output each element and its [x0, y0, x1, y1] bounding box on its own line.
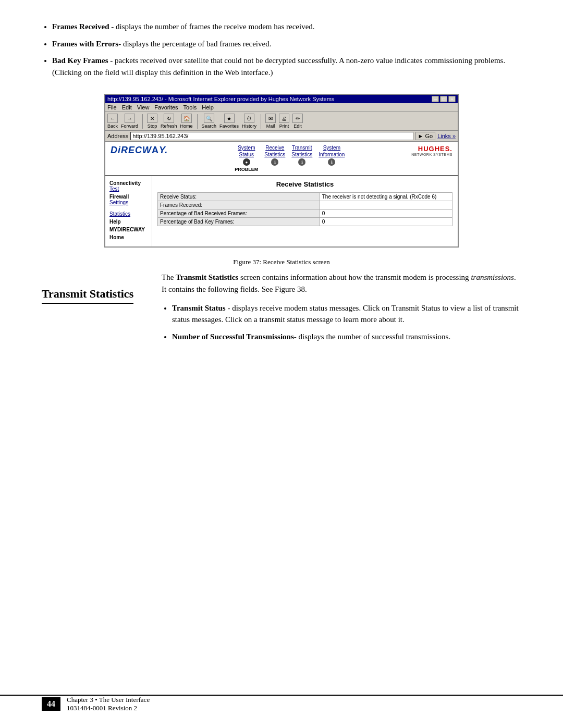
stats-label-2: Frames Received: [158, 201, 320, 209]
section-bullet-2-bold: Number of Successful Transmissions- [172, 332, 297, 341]
bullet-item-3: Bad Key Frames - packets received over s… [52, 55, 521, 78]
stats-label-4: Percentage of Bad Key Frames: [158, 218, 320, 226]
menu-edit[interactable]: Edit [122, 104, 132, 110]
sidebar-help: Help [109, 219, 148, 225]
section-bullet-list: Transmit Status - displays receive modem… [162, 302, 521, 343]
menu-view[interactable]: View [137, 104, 150, 110]
footer-page-number: 44 [42, 697, 60, 711]
mail-icon: ✉ [265, 114, 276, 123]
section-bullet-1-bold: Transmit Status [172, 304, 226, 312]
maximize-button[interactable]: □ [440, 96, 447, 102]
favorites-label: Favorites [219, 124, 239, 129]
help-label: Help [109, 219, 121, 225]
minimize-button[interactable]: ─ [432, 96, 439, 102]
menu-tools[interactable]: Tools [183, 104, 197, 110]
firewall-settings-link[interactable]: Settings [109, 200, 148, 205]
direcway-header: DiRECWAY. System Status ● PROBLEM Receiv… [105, 142, 458, 176]
stop-label: Stop [148, 124, 157, 129]
system-info-line1: System [323, 145, 340, 151]
favorites-icon: ★ [224, 114, 235, 123]
browser-toolbar: ← Back → Forward ✕ Stop ↻ Refresh 🏠 Home [105, 112, 458, 131]
stats-value-4: 0 [320, 218, 452, 226]
refresh-label: Refresh [161, 124, 177, 129]
address-label: Address [107, 133, 128, 139]
figure-caption: Figure 37: Receive Statistics screen [42, 258, 521, 266]
mail-label: Mail [266, 124, 275, 129]
forward-button[interactable]: → Forward [121, 114, 138, 129]
stats-content-area: Receive Statistics Receive Status: The r… [152, 176, 458, 246]
stats-value-3: 0 [320, 209, 452, 218]
search-icon: 🔍 [204, 114, 214, 123]
stats-label-1: Receive Status: [158, 193, 320, 201]
nav-tab-system-status-line1: System [238, 145, 255, 151]
bullet-1-text: - displays the number of frames the rece… [109, 22, 315, 31]
go-button[interactable]: ► Go [415, 132, 436, 140]
menu-favorites[interactable]: Favorites [154, 104, 178, 110]
stats-value-1: The receiver is not detecting a signal. … [320, 193, 452, 201]
section-bullet-2: Number of Successful Transmissions- disp… [172, 331, 521, 343]
forward-label: Forward [121, 124, 138, 129]
mail-button[interactable]: ✉ Mail [265, 114, 276, 129]
edit-button[interactable]: ✏ Edit [292, 114, 303, 129]
bullet-item-2: Frames with Errors- displays the percent… [52, 38, 521, 50]
toolbar-separator-2 [197, 114, 198, 129]
back-button[interactable]: ← Back [107, 114, 118, 129]
close-button[interactable]: × [448, 96, 456, 102]
transmit-stats-line2: Statistics [291, 152, 312, 157]
problem-label: PROBLEM [235, 167, 258, 172]
toolbar-separator-3 [261, 114, 261, 129]
history-button[interactable]: ⏱ History [242, 114, 256, 129]
refresh-button[interactable]: ↻ Refresh [161, 114, 177, 129]
connectivity-test-link[interactable]: Test [109, 186, 148, 192]
home-icon: 🏠 [181, 114, 192, 123]
system-status-icon: ● [243, 158, 250, 166]
firewall-statistics-link[interactable]: Statistics [109, 211, 148, 217]
nav-tab-system-info[interactable]: System Information ℹ [319, 145, 345, 172]
edit-icon: ✏ [292, 114, 303, 123]
print-button[interactable]: 🖨 Print [279, 114, 289, 129]
favorites-button[interactable]: ★ Favorites [219, 114, 239, 129]
hughes-sub: NETWORK SYSTEMS [411, 153, 452, 156]
section-body-text: The Transmit Statistics screen contains … [162, 272, 521, 296]
nav-tab-transmit-stats[interactable]: Transmit Statistics ℹ [291, 145, 312, 172]
menu-file[interactable]: File [107, 104, 117, 110]
browser-main-area: Connectivity Test Firewall Settings Stat… [105, 176, 458, 246]
address-input[interactable] [130, 132, 413, 140]
stats-row-1: Receive Status: The receiver is not dete… [158, 193, 452, 201]
nav-tab-receive-stats[interactable]: Receive Statistics ℹ [264, 145, 285, 172]
direcway-logo: DiRECWAY. [111, 145, 168, 156]
section-heading: Transmit Statistics [42, 287, 133, 304]
browser-titlebar: http://139.95.162.243/ - Microsoft Inter… [105, 95, 458, 103]
hughes-logo: HUGHES. [411, 145, 452, 153]
edit-label: Edit [293, 124, 302, 129]
section-bullet-1: Transmit Status - displays receive modem… [172, 302, 521, 326]
back-icon: ← [107, 114, 118, 123]
section-bullet-2-text: displays the number of successful transm… [297, 332, 450, 341]
receive-stats-line1: Receive [265, 145, 284, 151]
sidebar-home: Home [109, 235, 148, 240]
sidebar-mydirecway: MYDIRECWAY [109, 227, 148, 232]
browser-addressbar: Address ► Go Links » [105, 131, 458, 142]
search-button[interactable]: 🔍 Search [202, 114, 217, 129]
stats-row-3: Percentage of Bad Received Frames: 0 [158, 209, 452, 218]
page-content: Frames Received - displays the number of… [0, 0, 563, 389]
home-nav-label: Home [109, 235, 124, 240]
print-label: Print [279, 124, 289, 129]
bullet-item-1: Frames Received - displays the number of… [52, 21, 521, 33]
history-icon: ⏱ [244, 114, 254, 123]
nav-tab-system-status[interactable]: System Status ● PROBLEM [235, 145, 258, 172]
menu-help[interactable]: Help [202, 104, 214, 110]
bullet-2-bold: Frames with Errors- [52, 40, 121, 48]
section-body-col: The Transmit Statistics screen contains … [162, 272, 521, 358]
titlebar-buttons: ─ □ × [432, 96, 456, 102]
links-button[interactable]: Links » [437, 133, 456, 139]
hughes-logo-area: HUGHES. NETWORK SYSTEMS [411, 145, 452, 156]
stop-button[interactable]: ✕ Stop [147, 114, 157, 129]
bullet-1-bold: Frames Received [52, 22, 109, 31]
top-bullet-list: Frames Received - displays the number of… [42, 21, 521, 78]
transmit-stats-section: Transmit Statistics The Transmit Statist… [42, 272, 521, 358]
forward-icon: → [125, 114, 135, 123]
home-button[interactable]: 🏠 Home [180, 114, 193, 129]
footer-revision: 1031484-0001 Revision 2 [67, 704, 137, 712]
connectivity-label: Connectivity [109, 180, 141, 186]
